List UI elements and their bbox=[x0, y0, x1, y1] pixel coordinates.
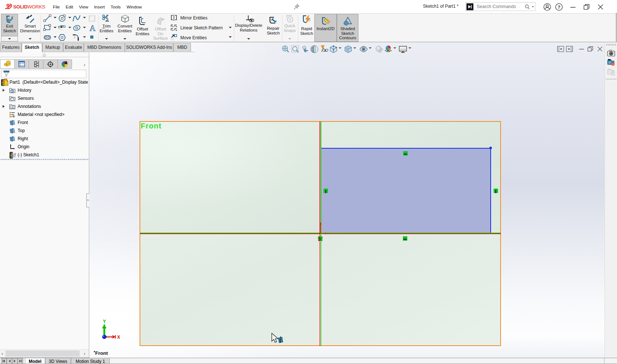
svg-text:A: A bbox=[324, 49, 327, 52]
svg-text:SOLIDWORKS: SOLIDWORKS bbox=[13, 4, 45, 10]
svg-text:A: A bbox=[11, 106, 14, 109]
svg-text:Y: Y bbox=[103, 318, 106, 324]
svg-text:?: ? bbox=[558, 4, 560, 10]
svg-text:A: A bbox=[90, 23, 96, 32]
svg-text:X: X bbox=[117, 335, 120, 340]
